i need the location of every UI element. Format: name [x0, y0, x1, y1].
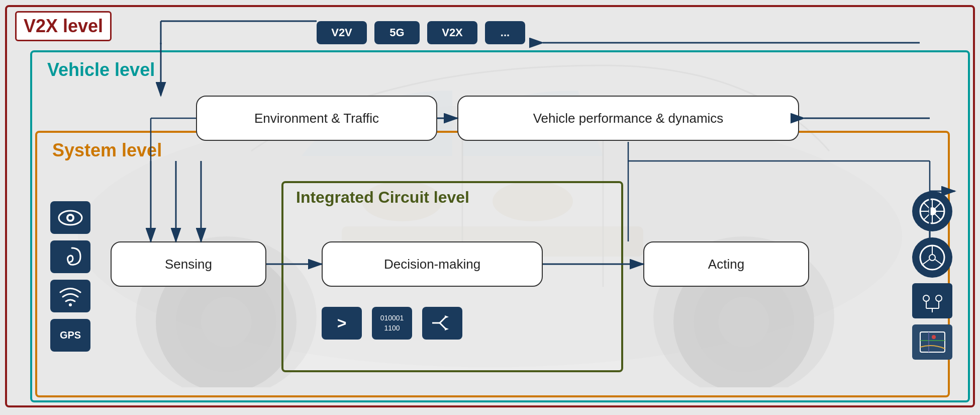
diagram-container: V2X level Vehicle level System level Int…	[0, 0, 980, 415]
svg-marker-22	[445, 327, 449, 330]
svg-point-43	[932, 335, 936, 339]
svg-point-35	[936, 295, 942, 301]
protocol-5g: 5G	[374, 21, 420, 44]
sensing-box: Sensing	[111, 241, 266, 287]
binary-icon: 0100011100	[372, 307, 412, 340]
eye-icon	[50, 201, 90, 234]
svg-point-34	[923, 295, 929, 301]
decision-box: Decision-making	[322, 241, 543, 287]
fork-icon	[422, 307, 462, 340]
comparator-icon: >	[322, 307, 362, 340]
protocol-v2x: V2X	[427, 21, 477, 44]
vehicle-label: Vehicle level	[40, 56, 162, 84]
steering-wheel-icon	[912, 237, 952, 278]
protocol-v2v: V2V	[317, 21, 367, 44]
transmission-icon	[912, 283, 952, 318]
v2x-label: V2X level	[15, 11, 112, 41]
svg-point-30	[929, 255, 935, 261]
ic-label: Integrated Circuit level	[289, 185, 476, 210]
svg-line-33	[935, 260, 943, 265]
svg-point-17	[69, 303, 72, 306]
gps-label-box: GPS	[50, 319, 90, 352]
svg-line-32	[922, 260, 929, 265]
svg-point-16	[68, 216, 72, 220]
svg-rect-40	[920, 332, 945, 352]
acting-box: Acting	[643, 241, 809, 287]
ear-icon	[50, 240, 90, 273]
wheel-hub-icon	[912, 191, 952, 231]
svg-marker-21	[445, 315, 449, 318]
wifi-icon	[50, 280, 90, 312]
env-traffic-box: Environment & Traffic	[196, 96, 437, 141]
map-icon	[912, 324, 952, 360]
system-label: System level	[45, 137, 169, 164]
protocol-dots: ...	[485, 21, 525, 44]
vehicle-perf-box: Vehicle performance & dynamics	[457, 96, 799, 141]
